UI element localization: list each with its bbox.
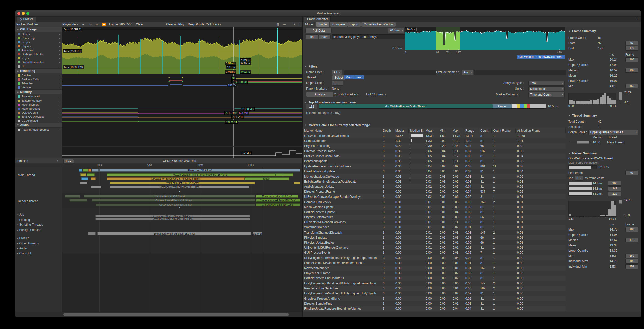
marker-table-row[interactable]: FrameEvents.NewInputBeforeRenderUpdate 3… <box>303 260 566 266</box>
top10-segment[interactable] <box>530 104 546 108</box>
timeline-horizontal-scrollbar[interactable] <box>15 312 302 317</box>
cpu-usage-chart[interactable]: 8ms (120FPS)4ms (250FPS)1ms (1000FPS) 1.… <box>62 27 302 74</box>
thread-group-row[interactable]: ▸Audio <box>17 247 27 250</box>
top10-segment[interactable] <box>512 104 517 108</box>
timeline-fragment[interactable] <box>81 177 88 180</box>
units-dropdown[interactable]: Milliseconds ▾ <box>528 86 565 91</box>
module-header[interactable]: ≡ Audio <box>15 123 62 128</box>
legend-item[interactable]: Scripts– <box>15 40 62 44</box>
name-filter-mode-dropdown[interactable]: All ▾ <box>332 70 342 75</box>
capture-filename-field[interactable]: capture-viking-player-one-analyz <box>332 34 405 39</box>
record-button[interactable]: ⏺ <box>82 22 84 27</box>
marker-table-row[interactable]: AudioManager.Update 3 0.02 0.02 0.02 0.0… <box>303 184 566 189</box>
legend-item[interactable]: Mesh Memory– <box>15 103 62 107</box>
legend-item[interactable]: VSync– <box>15 56 62 60</box>
thread-group-row[interactable]: ▸Profiler <box>17 236 29 240</box>
playmode-dropdown[interactable]: Playmode ▾ <box>62 22 78 27</box>
analysis-type-dropdown[interactable]: Total ▾ <box>528 81 565 86</box>
legend-item[interactable]: Texture Memory– <box>15 98 62 103</box>
marker-table-row[interactable]: Director.PrepareFrame 3 0.02 0.02 0.02 0… <box>303 189 566 194</box>
chart-scale-dropdown[interactable]: 20.3ms ▾ <box>388 28 405 33</box>
profiler-menu-icon[interactable]: ⋮ <box>299 22 302 27</box>
goto-frame-button[interactable]: 97 <box>625 171 638 175</box>
legend-item[interactable]: Animation– <box>15 48 62 52</box>
legend-item[interactable]: Physics– <box>15 44 62 48</box>
marker-table-row[interactable]: BehaviourUpdate 3 0.05 0.05 0.05 0.11 0.… <box>303 159 566 164</box>
collapse-arrow-icon[interactable]: ▼ <box>179 206 181 209</box>
thread-group-row[interactable]: ▸CloudJob <box>17 252 32 255</box>
marker-table-row[interactable]: MeshSkinning.Update 3 0.01 0.01 0.01 0.0… <box>303 205 566 210</box>
goto-frame-button[interactable]: 177 <box>625 46 638 51</box>
thread-filter-value[interactable]: Main Thread <box>344 75 364 79</box>
marker-table-row[interactable]: Physics.Processing 3 0.29 0.30 0.20 0.44… <box>303 143 566 148</box>
legend-item[interactable]: Others– <box>15 32 62 36</box>
marker-table-row[interactable]: UnityEngine.CoreModule.dll!UnityEngine.E… <box>303 255 566 260</box>
thread-group-row[interactable]: ▸Other Threads <box>17 242 39 245</box>
marker-summary-header[interactable]: ▼ Marker Summary <box>568 152 638 155</box>
column-header[interactable]: Marker Name <box>303 128 381 134</box>
top10-segment[interactable]: Render <box>493 104 512 108</box>
marker-table-row[interactable]: PlayerEndOfFrame 3 0.00 0.00 0.00 0.02 0… <box>303 271 566 276</box>
marker-table-row[interactable]: ParticleSystem.Update 3 0.01 0.01 0.01 0… <box>303 210 566 215</box>
load-button[interactable]: Load <box>306 34 318 39</box>
column-header[interactable]: Max <box>451 128 464 134</box>
goto-frame-button[interactable]: 159 <box>625 254 638 258</box>
marker-table-row[interactable]: UnityEngine.CoreModule.dll!UnityEngine::… <box>303 291 566 296</box>
thread-summary-row[interactable]: 16.50 Main Thread <box>568 140 638 145</box>
marker-columns-dropdown[interactable]: Time and Count ▾ <box>528 92 565 97</box>
timeline-fragment[interactable] <box>69 199 87 202</box>
threshold-chip[interactable]: 16.0ms <box>406 28 417 31</box>
column-header[interactable]: At Median Frame <box>516 128 566 134</box>
timeline-fragment[interactable] <box>92 169 99 172</box>
timeline-fragment[interactable] <box>83 169 88 172</box>
timeline-fragment[interactable] <box>79 169 82 172</box>
timeline-fragment[interactable] <box>294 182 300 184</box>
exclude-mode-dropdown[interactable]: Any ▾ <box>462 70 473 75</box>
window-menu-icon[interactable]: ☰ <box>636 17 639 21</box>
marker-table-row[interactable]: FixedBehaviourUpdate 3 0.03 0.04 0.03 0.… <box>303 169 566 174</box>
legend-item[interactable]: Playing Audio Sources– <box>15 128 62 132</box>
top-n-dropdown[interactable]: 3 ▾ <box>575 176 583 181</box>
legend-item[interactable]: UI– <box>15 64 62 68</box>
top10-stacked-bar[interactable]: Gfx.WaitForPresentOnGfxThreadRender <box>319 104 546 109</box>
column-header[interactable]: Depth <box>381 128 394 134</box>
marker-table-row[interactable]: Camera.FindStacks 3 0.01 0.01 0.01 0.03 … <box>303 199 566 204</box>
goto-frame-button[interactable]: 100 <box>625 227 638 232</box>
window-titlebar[interactable]: Profile Analyzer <box>15 10 641 17</box>
tab-profiler[interactable]: ◷ Profiler <box>17 17 36 22</box>
marker-table-row[interactable]: WatermarkRender 3 0.01 0.01 0.01 0.02 0.… <box>303 225 566 230</box>
timeline-fragment[interactable] <box>87 173 95 176</box>
marker-table-row[interactable]: Camera.Render 3 1.32 1.33 0.93 2.12 1.19… <box>303 138 566 143</box>
timeline-view-dropdown[interactable]: Timeline ▾ <box>17 158 58 164</box>
marker-details-header[interactable]: ▼ Marker Details for currently selected … <box>305 123 370 127</box>
first-frame-button[interactable]: ⏮ <box>89 22 92 27</box>
more-options-icon[interactable]: ⋯ <box>283 22 286 27</box>
timeline-fragment[interactable] <box>91 177 96 180</box>
frame-time-histogram[interactable] <box>568 93 616 104</box>
marker-table-row[interactable]: GUI.ProcessEvents 3 0.00 0.00 0.00 0.03 … <box>303 250 566 255</box>
marker-table-row[interactable]: FinalizeUpdateRendererBoundingVolumes 3 … <box>303 306 566 311</box>
thread-group-row[interactable]: ▸Background Job <box>17 228 41 232</box>
legend-item[interactable]: Total Allocated– <box>15 94 62 98</box>
legend-item[interactable]: Global Illumination– <box>15 60 62 64</box>
marker-table-row[interactable]: TransformChangedDispatch 3 0.01 0.01 0.0… <box>303 230 566 235</box>
legend-item[interactable]: Rendering– <box>15 36 62 40</box>
timeline-fragment[interactable] <box>275 173 283 176</box>
top10-segment[interactable] <box>527 104 530 108</box>
legend-item[interactable]: Material Count– <box>15 107 62 111</box>
legend-item[interactable]: GC Allocated– <box>15 119 62 123</box>
filters-section-header[interactable]: ▼ Filters <box>305 65 318 68</box>
help-icon[interactable]: ? <box>294 22 295 27</box>
column-header[interactable]: Count Frame <box>492 128 516 134</box>
marker-table-row[interactable]: Physics.UpdateBodies 3 0.01 0.01 0.01 0.… <box>303 240 566 245</box>
goto-frame-button[interactable]: 105 <box>625 57 638 62</box>
goto-frame-button[interactable]: 129 <box>608 192 621 196</box>
top10-segment[interactable] <box>517 104 520 108</box>
column-header[interactable]: Range <box>464 128 479 134</box>
parent-marker-value[interactable]: None <box>332 87 339 90</box>
analyze-button[interactable]: Analyze <box>306 92 333 97</box>
module-header[interactable]: ≡ CPU Usage <box>15 27 62 32</box>
module-header[interactable]: ≡ Memory <box>15 89 62 94</box>
column-header[interactable]: Median <box>394 128 409 134</box>
export-button[interactable]: Export <box>347 22 361 27</box>
